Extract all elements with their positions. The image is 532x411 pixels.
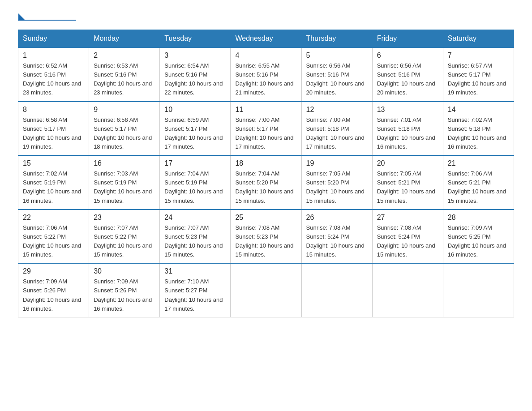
day-header-sunday: Sunday — [18, 30, 89, 48]
calendar-cell: 19Sunrise: 7:05 AMSunset: 5:20 PMDayligh… — [301, 155, 372, 210]
day-info: Sunrise: 6:58 AMSunset: 5:17 PMDaylight:… — [94, 116, 155, 152]
logo — [18, 13, 76, 21]
day-info: Sunrise: 6:56 AMSunset: 5:16 PMDaylight:… — [377, 61, 438, 98]
calendar-cell: 25Sunrise: 7:08 AMSunset: 5:23 PMDayligh… — [231, 210, 301, 264]
calendar-cell: 28Sunrise: 7:09 AMSunset: 5:25 PMDayligh… — [443, 210, 514, 264]
calendar-cell: 5Sunrise: 6:56 AMSunset: 5:16 PMDaylight… — [301, 47, 372, 102]
day-info: Sunrise: 7:06 AMSunset: 5:22 PMDaylight:… — [23, 223, 84, 260]
day-info: Sunrise: 6:52 AMSunset: 5:16 PMDaylight:… — [23, 61, 84, 98]
day-info: Sunrise: 6:55 AMSunset: 5:16 PMDaylight:… — [235, 61, 296, 98]
day-number: 6 — [377, 51, 438, 60]
day-number: 29 — [23, 267, 84, 275]
calendar-cell: 20Sunrise: 7:05 AMSunset: 5:21 PMDayligh… — [372, 155, 443, 210]
calendar-cell: 13Sunrise: 7:01 AMSunset: 5:18 PMDayligh… — [372, 102, 443, 156]
day-info: Sunrise: 7:01 AMSunset: 5:18 PMDaylight:… — [377, 116, 438, 152]
calendar-cell: 15Sunrise: 7:02 AMSunset: 5:19 PMDayligh… — [18, 155, 89, 210]
calendar-cell: 7Sunrise: 6:57 AMSunset: 5:17 PMDaylight… — [443, 47, 514, 102]
day-info: Sunrise: 7:07 AMSunset: 5:23 PMDaylight:… — [164, 223, 226, 260]
day-info: Sunrise: 7:08 AMSunset: 5:24 PMDaylight:… — [377, 223, 438, 260]
day-number: 4 — [235, 51, 296, 60]
calendar-table: SundayMondayTuesdayWednesdayThursdayFrid… — [18, 30, 514, 317]
calendar-cell: 23Sunrise: 7:07 AMSunset: 5:22 PMDayligh… — [89, 210, 160, 264]
calendar-cell: 1Sunrise: 6:52 AMSunset: 5:16 PMDaylight… — [18, 47, 89, 102]
day-info: Sunrise: 6:53 AMSunset: 5:16 PMDaylight:… — [94, 61, 155, 98]
calendar-cell: 9Sunrise: 6:58 AMSunset: 5:17 PMDaylight… — [89, 102, 160, 156]
day-header-tuesday: Tuesday — [160, 30, 231, 48]
calendar-cell: 21Sunrise: 7:06 AMSunset: 5:21 PMDayligh… — [443, 155, 514, 210]
calendar-cell — [231, 263, 301, 317]
day-number: 19 — [306, 159, 368, 167]
day-info: Sunrise: 7:09 AMSunset: 5:26 PMDaylight:… — [23, 277, 84, 313]
day-number: 31 — [164, 267, 226, 275]
day-number: 23 — [94, 214, 155, 222]
calendar-cell — [372, 263, 443, 317]
day-number: 21 — [448, 159, 509, 167]
day-number: 1 — [23, 51, 84, 60]
day-number: 7 — [448, 51, 509, 60]
calendar-cell: 8Sunrise: 6:58 AMSunset: 5:17 PMDaylight… — [18, 102, 89, 156]
day-number: 8 — [23, 106, 84, 114]
calendar-week-row: 22Sunrise: 7:06 AMSunset: 5:22 PMDayligh… — [18, 210, 514, 264]
day-number: 11 — [235, 106, 296, 114]
day-number: 24 — [164, 214, 226, 222]
day-number: 27 — [377, 214, 438, 222]
day-info: Sunrise: 7:04 AMSunset: 5:19 PMDaylight:… — [164, 169, 226, 206]
logo-divider — [18, 20, 76, 21]
logo-triangle-icon — [18, 13, 25, 20]
day-info: Sunrise: 6:57 AMSunset: 5:17 PMDaylight:… — [448, 61, 509, 98]
day-number: 25 — [235, 214, 296, 222]
day-info: Sunrise: 6:54 AMSunset: 5:16 PMDaylight:… — [164, 61, 226, 98]
calendar-week-row: 29Sunrise: 7:09 AMSunset: 5:26 PMDayligh… — [18, 263, 514, 317]
day-number: 20 — [377, 159, 438, 167]
day-number: 15 — [23, 159, 84, 167]
calendar-cell: 4Sunrise: 6:55 AMSunset: 5:16 PMDaylight… — [231, 47, 301, 102]
day-number: 30 — [94, 267, 155, 275]
calendar-cell: 2Sunrise: 6:53 AMSunset: 5:16 PMDaylight… — [89, 47, 160, 102]
calendar-cell: 14Sunrise: 7:02 AMSunset: 5:18 PMDayligh… — [443, 102, 514, 156]
calendar-cell: 24Sunrise: 7:07 AMSunset: 5:23 PMDayligh… — [160, 210, 231, 264]
day-info: Sunrise: 7:00 AMSunset: 5:17 PMDaylight:… — [235, 116, 296, 152]
calendar-cell: 29Sunrise: 7:09 AMSunset: 5:26 PMDayligh… — [18, 263, 89, 317]
day-number: 22 — [23, 214, 84, 222]
day-info: Sunrise: 7:06 AMSunset: 5:21 PMDaylight:… — [448, 169, 509, 206]
day-header-monday: Monday — [89, 30, 160, 48]
page-header — [18, 13, 514, 21]
calendar-cell — [301, 263, 372, 317]
day-number: 17 — [164, 159, 226, 167]
day-info: Sunrise: 7:08 AMSunset: 5:24 PMDaylight:… — [306, 223, 368, 260]
day-info: Sunrise: 7:07 AMSunset: 5:22 PMDaylight:… — [94, 223, 155, 260]
calendar-header: SundayMondayTuesdayWednesdayThursdayFrid… — [18, 30, 514, 48]
calendar-cell: 26Sunrise: 7:08 AMSunset: 5:24 PMDayligh… — [301, 210, 372, 264]
calendar-cell: 3Sunrise: 6:54 AMSunset: 5:16 PMDaylight… — [160, 47, 231, 102]
day-info: Sunrise: 7:02 AMSunset: 5:18 PMDaylight:… — [448, 116, 509, 152]
day-header-saturday: Saturday — [443, 30, 514, 48]
calendar-week-row: 1Sunrise: 6:52 AMSunset: 5:16 PMDaylight… — [18, 47, 514, 102]
day-number: 28 — [448, 214, 509, 222]
calendar-week-row: 8Sunrise: 6:58 AMSunset: 5:17 PMDaylight… — [18, 102, 514, 156]
calendar-cell: 17Sunrise: 7:04 AMSunset: 5:19 PMDayligh… — [160, 155, 231, 210]
day-number: 13 — [377, 106, 438, 114]
calendar-cell: 6Sunrise: 6:56 AMSunset: 5:16 PMDaylight… — [372, 47, 443, 102]
day-header-friday: Friday — [372, 30, 443, 48]
day-number: 3 — [164, 51, 226, 60]
day-number: 26 — [306, 214, 368, 222]
day-info: Sunrise: 6:56 AMSunset: 5:16 PMDaylight:… — [306, 61, 368, 98]
calendar-cell: 16Sunrise: 7:03 AMSunset: 5:19 PMDayligh… — [89, 155, 160, 210]
calendar-cell: 12Sunrise: 7:00 AMSunset: 5:18 PMDayligh… — [301, 102, 372, 156]
day-number: 16 — [94, 159, 155, 167]
day-header-wednesday: Wednesday — [231, 30, 301, 48]
calendar-cell: 22Sunrise: 7:06 AMSunset: 5:22 PMDayligh… — [18, 210, 89, 264]
calendar-cell: 27Sunrise: 7:08 AMSunset: 5:24 PMDayligh… — [372, 210, 443, 264]
day-number: 5 — [306, 51, 368, 60]
day-info: Sunrise: 7:05 AMSunset: 5:21 PMDaylight:… — [377, 169, 438, 206]
day-header-row: SundayMondayTuesdayWednesdayThursdayFrid… — [18, 30, 514, 48]
calendar-cell: 10Sunrise: 6:59 AMSunset: 5:17 PMDayligh… — [160, 102, 231, 156]
day-number: 10 — [164, 106, 226, 114]
day-info: Sunrise: 7:05 AMSunset: 5:20 PMDaylight:… — [306, 169, 368, 206]
calendar-week-row: 15Sunrise: 7:02 AMSunset: 5:19 PMDayligh… — [18, 155, 514, 210]
day-info: Sunrise: 7:09 AMSunset: 5:25 PMDaylight:… — [448, 223, 509, 260]
day-number: 18 — [235, 159, 296, 167]
calendar-cell — [443, 263, 514, 317]
calendar-cell: 31Sunrise: 7:10 AMSunset: 5:27 PMDayligh… — [160, 263, 231, 317]
day-info: Sunrise: 7:10 AMSunset: 5:27 PMDaylight:… — [164, 277, 226, 313]
